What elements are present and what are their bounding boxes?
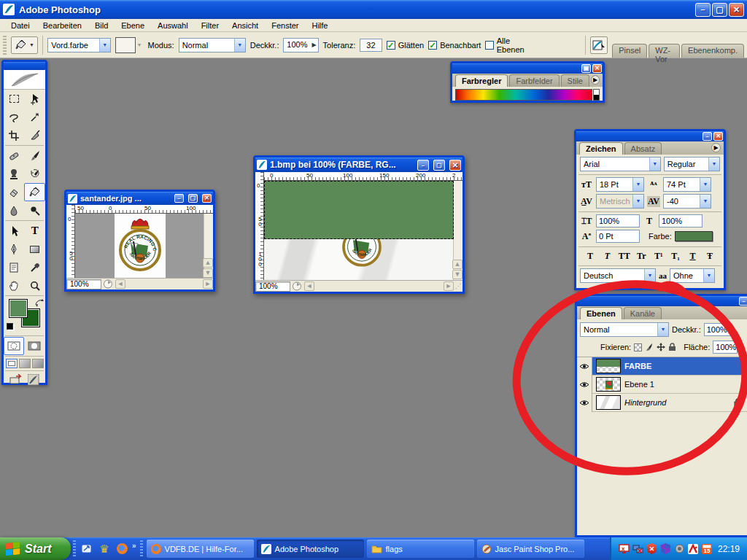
doc-titlebar[interactable]: 1.bmp bei 100% (FARBE, RG... – ▢ ✕ (255, 158, 462, 172)
close-icon[interactable]: ✕ (449, 160, 461, 171)
font-size-select[interactable]: 18 Pt▼ (596, 177, 644, 192)
character-palette-titlebar[interactable]: – ✕ (576, 131, 724, 141)
zoom-tool[interactable] (25, 276, 46, 295)
tolerance-input[interactable]: 32 (360, 39, 382, 52)
menu-hilfe[interactable]: Hilfe (305, 20, 334, 31)
maximize-button[interactable]: ▢ (712, 3, 727, 17)
app-titlebar[interactable]: Adobe Photoshop – ▢ ✕ (0, 0, 747, 19)
contiguous-checkbox-group[interactable]: ✓ Benachbart (428, 41, 481, 50)
pattern-dropdown-arrow[interactable]: ▼ (136, 42, 144, 47)
chevron-down-icon[interactable]: ▼ (657, 323, 668, 336)
scroll-up-arrow[interactable]: ▲ (452, 260, 462, 269)
standard-mode-button[interactable] (4, 337, 24, 355)
toolbox-titlebar[interactable] (4, 62, 45, 70)
status-info-icon[interactable] (292, 281, 303, 291)
close-icon[interactable]: ✕ (592, 64, 602, 73)
lock-paint-icon[interactable] (645, 343, 654, 351)
checkbox-checked-icon[interactable]: ✓ (387, 41, 395, 50)
file-browser-button[interactable] (590, 36, 608, 54)
menu-ansicht[interactable]: Ansicht (225, 20, 265, 31)
kerning-select[interactable]: Metrisch▼ (596, 194, 644, 209)
quick-mask-button[interactable] (24, 337, 44, 355)
calendar-icon[interactable]: 15 (702, 543, 713, 554)
layer-thumbnail[interactable] (596, 395, 621, 410)
doc-titlebar[interactable]: santander.jpg ... – ▢ ✕ (66, 192, 213, 205)
layer-row-farbe[interactable]: FARBE (577, 357, 747, 376)
resize-grip[interactable]: ⋰ (455, 283, 462, 289)
color-palette-titlebar[interactable]: ▣ ✕ (452, 63, 603, 74)
lock-position-icon[interactable] (657, 343, 665, 351)
layer-row-ebene1[interactable]: Ebene 1 (577, 376, 747, 394)
move-tool[interactable] (25, 90, 46, 108)
canvas-area[interactable]: REAL RACING CLUB SANTANDER (75, 214, 204, 279)
chevron-down-icon[interactable]: ▼ (632, 178, 643, 191)
layers-palette-titlebar[interactable]: – (577, 296, 747, 306)
task-button-paintshop[interactable]: Jasc Paint Shop Pro... (477, 540, 584, 558)
menu-auswahl[interactable]: Auswahl (151, 20, 195, 31)
palette-menu-arrow-icon[interactable]: ▶ (711, 143, 721, 152)
display-error-icon[interactable]: x (619, 543, 630, 554)
chevron-down-icon[interactable]: ▼ (708, 158, 719, 171)
slice-tool[interactable] (25, 126, 46, 144)
lock-transparency-icon[interactable] (634, 343, 642, 351)
palette-well-tab-wzvor[interactable]: WZ-Vor (649, 44, 680, 58)
crown-icon[interactable]: ♛ (98, 542, 111, 556)
speaker-icon[interactable] (674, 543, 685, 554)
menu-filter[interactable]: Filter (195, 20, 225, 31)
network-disconnected-icon[interactable]: ✕ (632, 543, 643, 554)
minimize-button[interactable]: – (703, 132, 712, 141)
restore-button[interactable]: ▣ (581, 64, 591, 73)
black-swatch[interactable] (594, 95, 599, 100)
palette-well-tab-pinsel[interactable]: Pinsel (612, 44, 647, 58)
tab-zeichen[interactable]: Zeichen (579, 142, 623, 155)
minimize-button[interactable]: – (739, 297, 747, 306)
white-swatch[interactable] (594, 90, 599, 95)
task-button-vdfb[interactable]: VDFB.DE | Hilfe-For... (147, 540, 254, 558)
minimize-button[interactable]: – (174, 194, 184, 203)
zoom-level[interactable]: 100% (255, 281, 290, 292)
faux-bold-button[interactable]: T (584, 251, 597, 262)
leading-select[interactable]: 74 Pt▼ (663, 177, 711, 192)
status-info-icon[interactable] (103, 279, 114, 289)
fill-source-select[interactable]: Vord.farbe ▼ (47, 38, 110, 52)
vertical-scrollbar[interactable]: ▲ ▼ (453, 181, 462, 280)
security-alert-icon[interactable]: ✕ (646, 543, 657, 554)
tab-stile[interactable]: Stile (561, 74, 589, 87)
all-caps-button[interactable]: TT (618, 251, 631, 262)
horizontal-scale-input[interactable]: 100% (659, 214, 703, 228)
lasso-tool[interactable] (4, 108, 25, 126)
antialias-checkbox-group[interactable]: ✓ Glätten (387, 41, 424, 50)
chevron-down-icon[interactable]: ▼ (234, 39, 245, 52)
avira-icon[interactable] (688, 543, 699, 554)
magic-wand-tool[interactable] (25, 108, 46, 126)
paint-bucket-tool[interactable] (24, 183, 45, 201)
start-button[interactable]: Start (0, 537, 71, 560)
opacity-slider-arrow[interactable]: ▶ (310, 39, 317, 52)
fill-value[interactable]: 100% (713, 341, 738, 354)
menu-bearbeiten[interactable]: Bearbeiten (36, 20, 88, 31)
chevron-down-icon[interactable]: ▼ (700, 195, 711, 208)
small-caps-button[interactable]: Tr (635, 251, 648, 262)
vertical-scale-input[interactable]: 100% (596, 214, 640, 228)
chevron-down-icon[interactable]: ▼ (700, 178, 711, 191)
menu-datei[interactable]: Datei (4, 20, 36, 31)
antivirus-shield-icon[interactable] (660, 543, 671, 554)
close-icon[interactable]: ✕ (713, 132, 723, 141)
maximize-button[interactable]: ▢ (188, 194, 198, 203)
subscript-button[interactable]: T₁ (669, 251, 682, 262)
swap-colors-icon[interactable] (34, 298, 44, 307)
active-tool-button[interactable]: ▼ (11, 36, 39, 54)
task-button-flags[interactable]: flags (367, 540, 474, 558)
palette-well-tab-ebenenkomp[interactable]: Ebenenkomp. (681, 44, 744, 58)
chevron-down-icon[interactable]: ▼ (644, 269, 655, 282)
firefox-icon[interactable] (115, 542, 128, 556)
chevron-down-icon[interactable]: ▼ (649, 158, 660, 171)
fullscreen-menubar-mode-button[interactable] (19, 359, 31, 368)
font-style-select[interactable]: Regular▼ (664, 157, 720, 171)
crop-tool[interactable] (4, 126, 25, 144)
shape-tool[interactable] (25, 240, 46, 258)
chevron-down-icon[interactable]: ▼ (703, 269, 714, 282)
scroll-right-arrow[interactable]: ► (444, 281, 454, 291)
clone-stamp-tool[interactable] (4, 165, 25, 183)
healing-brush-tool[interactable] (4, 147, 25, 165)
